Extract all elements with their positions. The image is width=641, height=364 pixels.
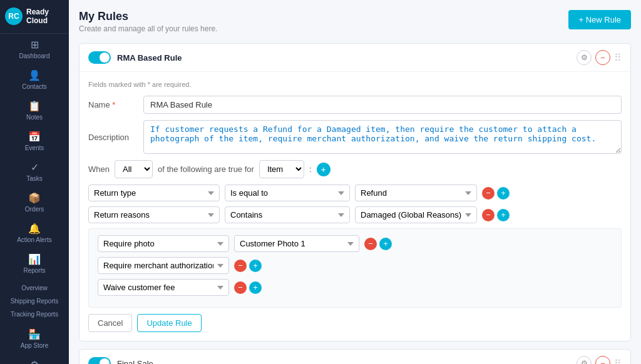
notes-icon: 📋 — [28, 100, 41, 112]
condition-2-add[interactable]: + — [497, 209, 510, 221]
rule-settings-final-sale[interactable]: ⚙ — [577, 356, 592, 364]
when-item-select[interactable]: Item Order — [259, 160, 304, 178]
rma-rule-card: RMA Based Rule ⚙ − ⠿ Fields marked with … — [79, 43, 631, 341]
sidebar-item-notes[interactable]: 📋 Notes — [0, 95, 69, 126]
sidebar-item-dashboard[interactable]: ⊞ Dashboard — [0, 34, 69, 64]
condition-1-operator[interactable]: Is equal to Is not equal to Contains — [225, 185, 350, 201]
page-header-left: My Rules Create and manage all of your r… — [79, 10, 217, 33]
name-input[interactable] — [143, 96, 622, 114]
sidebar-item-installed-apps[interactable]: ⚙ Installed Apps — [0, 354, 69, 364]
name-label: Name — [88, 100, 138, 109]
rule-settings-icon[interactable]: ⚙ — [577, 50, 592, 65]
sidebar-item-label: Contacts — [22, 83, 46, 90]
rule-card-body: Fields marked with * are required. Name … — [79, 72, 630, 341]
rule-drag-final-sale[interactable]: ⠿ — [614, 358, 622, 365]
then-row-1: Require photo Customer Photo 1 Customer … — [98, 235, 612, 252]
new-rule-button[interactable]: + New Rule — [568, 10, 631, 29]
condition-1-remove[interactable]: − — [482, 187, 495, 200]
sidebar-item-label: Orders — [25, 206, 44, 213]
condition-1-field[interactable]: Return type Return reasons — [88, 185, 220, 201]
reports-submenu: Overview Shipping Reports Tracking Repor… — [0, 279, 69, 323]
then-1-field[interactable]: Require photo — [98, 235, 229, 252]
cancel-button[interactable]: Cancel — [88, 314, 132, 332]
logo-text: ReadyCloud — [26, 8, 49, 26]
when-label: When — [88, 164, 110, 174]
then-2-field[interactable]: Require merchant authorization — [98, 257, 229, 274]
then-2-remove[interactable]: − — [234, 260, 247, 272]
when-colon: : — [309, 164, 312, 174]
then-3-field[interactable]: Waive customer fee — [98, 279, 229, 296]
when-add-button[interactable]: + — [317, 163, 331, 176]
dashboard-icon: ⊞ — [31, 39, 39, 51]
other-rule-name-final-sale: Final Sale — [117, 359, 153, 365]
then-3-actions: − + — [234, 281, 262, 294]
other-rule-final-sale: Final Sale ⚙ − ⠿ — [79, 349, 631, 364]
installed-apps-icon: ⚙ — [30, 359, 39, 364]
rule-delete-icon[interactable]: − — [595, 50, 610, 65]
then-1-add[interactable]: + — [379, 238, 392, 250]
then-3-add[interactable]: + — [249, 281, 262, 294]
when-all-select[interactable]: All Any — [115, 160, 153, 178]
rule-header-right: ⚙ − ⠿ — [577, 50, 622, 65]
sidebar-item-label: Action Alerts — [17, 236, 52, 243]
sidebar-item-app-store[interactable]: 🏪 App Store — [0, 323, 69, 354]
condition-2-remove[interactable]: − — [482, 209, 495, 221]
then-1-remove[interactable]: − — [364, 238, 377, 250]
events-icon: 📅 — [28, 131, 41, 143]
sidebar-item-label: App Store — [21, 342, 48, 349]
name-row: Name — [88, 96, 622, 114]
reports-icon: 📊 — [28, 253, 41, 265]
sidebar-item-label: Tasks — [26, 175, 43, 182]
condition-1-add[interactable]: + — [497, 187, 510, 200]
other-rules-list: Final Sale ⚙ − ⠿ Weight Based Return ⚙ −… — [79, 349, 631, 364]
then-1-actions: − + — [364, 238, 392, 250]
sidebar-item-label: Dashboard — [19, 53, 50, 59]
update-rule-button[interactable]: Update Rule — [137, 314, 201, 332]
sidebar: RC ReadyCloud ⊞ Dashboard 👤 Contacts 📋 N… — [0, 0, 69, 364]
rma-rule-name: RMA Based Rule — [117, 53, 182, 63]
condition-1-actions: − + — [482, 187, 510, 200]
then-section: Require photo Customer Photo 1 Customer … — [88, 228, 622, 308]
then-2-actions: − + — [234, 260, 262, 272]
condition-2-value[interactable]: Damaged (Global Reasons) Lost — [355, 206, 477, 223]
condition-2-actions: − + — [482, 209, 510, 221]
sidebar-item-tasks[interactable]: ✓ Tasks — [0, 156, 69, 187]
sidebar-item-label: Events — [25, 144, 44, 151]
page-subtitle: Create and manage all of your rules here… — [79, 24, 217, 33]
sidebar-item-label: Reports — [23, 267, 45, 274]
other-rule-left-final-sale: Final Sale — [88, 357, 153, 364]
then-1-value[interactable]: Customer Photo 1 Customer Photo 2 — [234, 235, 359, 252]
sidebar-item-reports[interactable]: 📊 Reports — [0, 248, 69, 279]
rma-rule-toggle[interactable] — [88, 51, 111, 64]
sidebar-item-events[interactable]: 📅 Events — [0, 126, 69, 156]
rule-header-left: RMA Based Rule — [88, 51, 182, 64]
sidebar-item-contacts[interactable]: 👤 Contacts — [0, 64, 69, 95]
tasks-icon: ✓ — [31, 161, 39, 173]
toggle-final-sale[interactable] — [88, 357, 111, 364]
condition-2-field[interactable]: Return reasons Return type — [88, 206, 220, 223]
then-3-remove[interactable]: − — [234, 281, 247, 294]
app-store-icon: 🏪 — [28, 328, 41, 340]
rule-delete-final-sale[interactable]: − — [595, 356, 610, 364]
description-textarea[interactable]: If customer requests a Refund for a Dama… — [143, 120, 622, 154]
condition-row-2: Return reasons Return type Contains Is e… — [88, 206, 622, 223]
contacts-icon: 👤 — [28, 69, 41, 81]
then-row-2: Require merchant authorization − + — [98, 257, 612, 274]
condition-2-operator[interactable]: Contains Is equal to — [225, 206, 350, 223]
sidebar-sub-tracking[interactable]: Tracking Reports — [0, 308, 69, 321]
sidebar-item-orders[interactable]: 📦 Orders — [0, 187, 69, 218]
then-2-add[interactable]: + — [249, 260, 262, 272]
required-note: Fields marked with * are required. — [88, 81, 622, 88]
sidebar-item-label: Notes — [26, 114, 43, 121]
orders-icon: 📦 — [28, 192, 41, 204]
sidebar-sub-overview[interactable]: Overview — [0, 281, 69, 295]
other-rule-right-final-sale: ⚙ − ⠿ — [577, 356, 622, 364]
rule-drag-handle[interactable]: ⠿ — [614, 52, 622, 64]
sidebar-sub-shipping[interactable]: Shipping Reports — [0, 295, 69, 308]
condition-1-value[interactable]: Refund Exchange — [355, 185, 477, 201]
page-title: My Rules — [79, 10, 217, 23]
main-content: My Rules Create and manage all of your r… — [69, 0, 641, 364]
sidebar-item-action-alerts[interactable]: 🔔 Action Alerts — [0, 218, 69, 248]
description-row: Description If customer requests a Refun… — [88, 120, 622, 154]
logo: RC ReadyCloud — [0, 0, 69, 34]
